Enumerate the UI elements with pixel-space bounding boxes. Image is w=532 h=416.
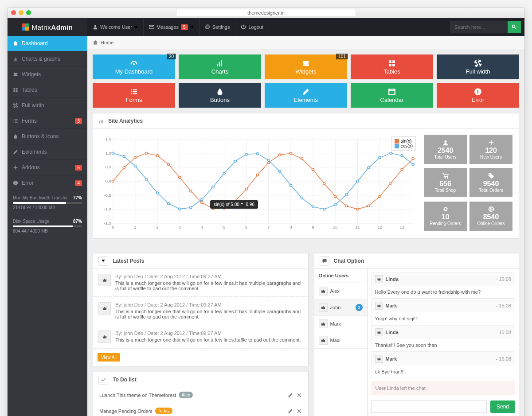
i-grid-icon bbox=[13, 87, 18, 93]
svg-point-76 bbox=[112, 152, 114, 154]
mail-icon bbox=[149, 24, 154, 30]
sidebar-item-full-width[interactable]: Full width bbox=[8, 98, 87, 113]
pencil-icon bbox=[302, 88, 310, 96]
info-icon bbox=[474, 88, 482, 96]
search-button[interactable] bbox=[508, 21, 521, 33]
post-body: This is a much longer one that will go o… bbox=[115, 280, 303, 291]
tile-calendar[interactable]: Calendar bbox=[351, 83, 433, 108]
url-bar[interactable]: themedesigner.in bbox=[176, 9, 356, 17]
tile-full-width[interactable]: Full width bbox=[437, 54, 519, 79]
msg-time: - 15:08 bbox=[496, 276, 511, 282]
stat-online-orders[interactable]: 8540Online Orders bbox=[469, 202, 512, 231]
sidebar-item-buttons-icons[interactable]: Buttons & icons bbox=[8, 129, 87, 144]
svg-point-53 bbox=[168, 163, 170, 166]
tile-my-dashboard[interactable]: My Dashboard20 bbox=[93, 54, 175, 79]
delete-icon[interactable] bbox=[297, 393, 302, 398]
todo-tag: Alex bbox=[179, 392, 192, 398]
list-icon bbox=[130, 88, 138, 96]
svg-text:2: 2 bbox=[156, 225, 158, 229]
stat-total-shop[interactable]: 656Total Shop bbox=[424, 168, 467, 197]
tile-label: Full width bbox=[466, 68, 490, 75]
online-user[interactable]: John3 bbox=[314, 299, 367, 316]
todo-item: Manage Pending OrdersToday bbox=[93, 403, 308, 416]
svg-point-55 bbox=[190, 190, 192, 192]
stat-pending-orders[interactable]: 10Pending Orders bbox=[424, 202, 467, 231]
tile-label: Error bbox=[472, 97, 485, 103]
sidebar-item-addons[interactable]: Addons5 bbox=[8, 160, 87, 175]
avatar bbox=[319, 319, 328, 328]
avatar bbox=[375, 328, 383, 336]
messages-link[interactable]: Messages 5 bbox=[144, 18, 200, 36]
tile-elements[interactable]: Elements bbox=[265, 83, 347, 108]
view-all-button[interactable]: View All bbox=[98, 353, 120, 362]
welcome-user-dropdown[interactable]: Welcome User bbox=[87, 18, 144, 36]
svg-point-73 bbox=[390, 182, 392, 184]
avatar bbox=[98, 302, 111, 315]
sidebar-item-dashboard[interactable]: Dashboard bbox=[8, 36, 87, 51]
logout-link[interactable]: Logout bbox=[235, 18, 269, 36]
edit-icon[interactable] bbox=[288, 393, 293, 398]
collapse-button[interactable] bbox=[98, 375, 108, 385]
tile-forms[interactable]: Forms bbox=[93, 83, 175, 108]
maximize-window-icon[interactable] bbox=[26, 10, 31, 15]
collapse-button[interactable] bbox=[98, 256, 108, 266]
online-user[interactable]: Mark bbox=[314, 316, 367, 332]
tile-error[interactable]: Error bbox=[437, 83, 519, 108]
stat-label: Pending Orders bbox=[430, 221, 461, 226]
send-button[interactable]: Send bbox=[490, 400, 515, 413]
stat-total-orders[interactable]: 9540Total Orders bbox=[469, 168, 512, 197]
msg-text: Hello Every one do u want to freindship … bbox=[372, 286, 515, 298]
tile-tables[interactable]: Tables bbox=[351, 54, 433, 79]
tile-label: Elements bbox=[294, 97, 318, 103]
close-window-icon[interactable] bbox=[11, 10, 16, 15]
online-user[interactable]: Maxi bbox=[314, 332, 367, 349]
tile-label: Buttons bbox=[210, 97, 230, 103]
svg-text:7: 7 bbox=[267, 225, 270, 229]
sidebar-item-forms[interactable]: Forms3 bbox=[8, 113, 87, 129]
tile-charts[interactable]: Charts bbox=[179, 54, 261, 79]
online-user[interactable]: Alex bbox=[314, 283, 367, 299]
analytics-chart[interactable]: -1.5-1.0-0.50.00.51.01.50123456789101112… bbox=[99, 135, 418, 232]
msg-sender: Linda bbox=[386, 330, 399, 335]
tile-buttons[interactable]: Buttons bbox=[179, 83, 261, 108]
todo-tag: Today bbox=[155, 408, 172, 414]
minimize-window-icon[interactable] bbox=[19, 10, 23, 15]
svg-point-75 bbox=[412, 158, 414, 160]
collapse-button[interactable] bbox=[320, 256, 329, 266]
tile-widgets[interactable]: Widgets101 bbox=[265, 54, 347, 79]
stat-total-users[interactable]: 2540Total Users bbox=[424, 135, 467, 164]
svg-point-72 bbox=[379, 195, 381, 198]
sidebar-item-widgets[interactable]: Widgets bbox=[8, 67, 87, 82]
sidebar: DashboardCharts & graphsWidgetsTablesFul… bbox=[8, 36, 87, 416]
breadcrumb-home[interactable]: Home bbox=[101, 40, 113, 45]
svg-text:-0.5: -0.5 bbox=[104, 193, 111, 198]
svg-point-54 bbox=[179, 176, 181, 179]
delete-icon[interactable] bbox=[297, 408, 302, 414]
user-name: John bbox=[330, 305, 341, 310]
svg-point-80 bbox=[156, 192, 158, 194]
settings-label: Settings bbox=[212, 24, 230, 30]
svg-point-85 bbox=[212, 186, 214, 188]
user-name: Mark bbox=[330, 321, 341, 327]
sidebar-item-error[interactable]: Error4 bbox=[8, 175, 87, 191]
chat-input[interactable] bbox=[371, 400, 487, 413]
sidebar-item-eelements[interactable]: Eelements bbox=[8, 144, 87, 160]
stat-new-users[interactable]: 120New Users bbox=[469, 135, 512, 164]
sidebar-item-tables[interactable]: Tables bbox=[8, 82, 87, 98]
tile-label: Widgets bbox=[296, 68, 317, 75]
stat-value: 8540 bbox=[483, 213, 499, 221]
svg-text:1: 1 bbox=[134, 225, 136, 229]
edit-icon[interactable] bbox=[288, 408, 293, 414]
tile-label: Forms bbox=[126, 97, 142, 103]
gauge-icon bbox=[130, 59, 138, 67]
search-input[interactable] bbox=[450, 21, 508, 33]
sidebar-progress: Disk Space Usage87%604.44 / 4000 MB bbox=[8, 214, 87, 238]
logo[interactable]: Matrix Admin bbox=[8, 18, 87, 36]
svg-text:12: 12 bbox=[377, 225, 382, 229]
svg-point-49 bbox=[123, 167, 125, 169]
settings-link[interactable]: Settings bbox=[200, 18, 236, 36]
expand-icon bbox=[474, 59, 482, 67]
svg-text:9: 9 bbox=[312, 225, 314, 229]
sidebar-item-charts-graphs[interactable]: Charts & graphs bbox=[8, 51, 87, 67]
sidebar-item-label: Tables bbox=[22, 87, 37, 93]
